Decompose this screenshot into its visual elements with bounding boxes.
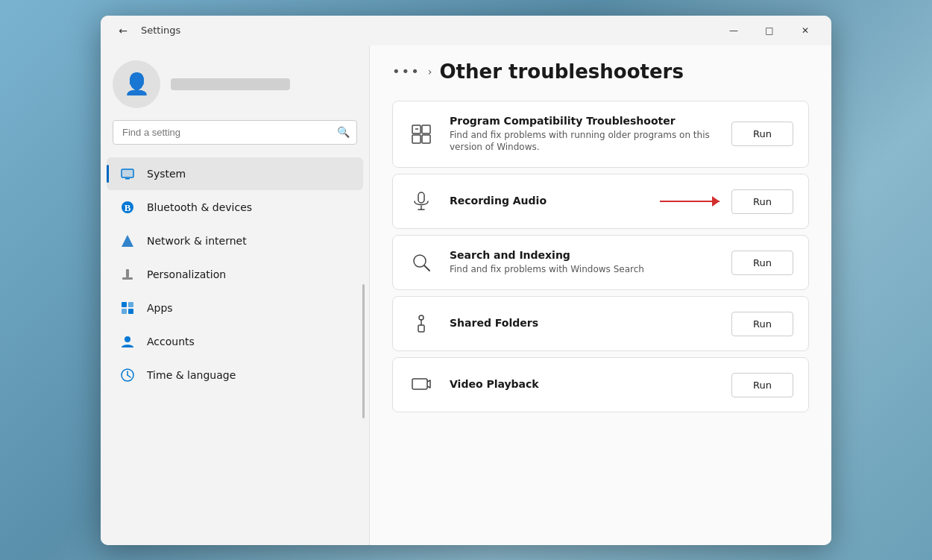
titlebar-left: ← Settings: [113, 20, 180, 41]
red-arrow-indicator: [660, 201, 720, 202]
search-box: 🔍: [113, 120, 357, 145]
card-search-indexing-desc: Find and fix problems with Windows Searc…: [450, 263, 717, 276]
svg-line-15: [127, 375, 130, 377]
shared-folders-icon: [408, 310, 435, 337]
card-video-playback: Video Playback Run: [392, 357, 809, 412]
main-panel: ••• › Other troubleshooters Program Co: [369, 45, 831, 545]
program-compat-icon: [408, 121, 435, 148]
sidebar: 👤 🔍 System: [101, 45, 369, 545]
network-icon: [119, 232, 136, 250]
titlebar-title: Settings: [141, 25, 180, 36]
svg-rect-28: [418, 325, 424, 332]
card-recording-audio: Recording Audio Run: [392, 174, 809, 229]
card-search-indexing-content: Search and Indexing Find and fix problem…: [450, 249, 717, 276]
card-shared-folders-content: Shared Folders: [450, 317, 717, 331]
sidebar-nav: System B Bluetooth & devices: [101, 157, 369, 392]
sidebar-label-personalization: Personalization: [147, 268, 226, 280]
card-video-playback-title: Video Playback: [450, 378, 717, 390]
sidebar-item-time[interactable]: Time & language: [107, 359, 363, 391]
card-search-indexing-actions: Run: [731, 251, 793, 275]
card-video-playback-actions: Run: [731, 373, 793, 397]
svg-line-25: [424, 265, 429, 271]
card-recording-audio-content: Recording Audio: [450, 195, 645, 209]
back-button[interactable]: ←: [113, 20, 133, 41]
apps-icon: [119, 299, 136, 317]
run-shared-folders-button[interactable]: Run: [731, 312, 793, 336]
sidebar-item-apps[interactable]: Apps: [107, 292, 363, 324]
svg-text:B: B: [125, 202, 131, 213]
svg-rect-7: [126, 269, 129, 277]
sidebar-label-accounts: Accounts: [147, 336, 195, 347]
sidebar-item-accounts[interactable]: Accounts: [107, 325, 363, 358]
sidebar-label-bluetooth: Bluetooth & devices: [147, 201, 252, 213]
video-playback-icon: [408, 371, 435, 398]
sidebar-label-time: Time & language: [147, 369, 236, 381]
svg-marker-5: [122, 235, 133, 247]
svg-rect-29: [412, 379, 427, 389]
breadcrumb-dots[interactable]: •••: [392, 63, 421, 79]
sidebar-item-system[interactable]: System: [107, 157, 363, 190]
user-section: 👤: [101, 45, 369, 120]
card-search-indexing-title: Search and Indexing: [450, 249, 717, 261]
svg-rect-6: [122, 277, 133, 280]
svg-rect-9: [128, 302, 133, 307]
user-icon: 👤: [124, 72, 150, 96]
run-video-playback-button[interactable]: Run: [731, 373, 793, 397]
sidebar-item-personalization[interactable]: Personalization: [107, 258, 363, 291]
recording-audio-icon: [408, 188, 435, 215]
user-name-placeholder: [171, 78, 290, 90]
page-header: ••• › Other troubleshooters: [392, 60, 809, 83]
svg-point-26: [419, 315, 424, 320]
minimize-button[interactable]: —: [717, 19, 751, 43]
personalization-icon: [119, 265, 136, 283]
svg-rect-10: [122, 309, 127, 314]
time-icon: [119, 366, 136, 384]
avatar: 👤: [113, 60, 160, 108]
card-video-playback-content: Video Playback: [450, 378, 717, 392]
red-arrow-line: [660, 201, 720, 202]
card-search-indexing: Search and Indexing Find and fix problem…: [392, 235, 809, 290]
page-title: Other troubleshooters: [439, 60, 683, 83]
sidebar-scrollbar: [362, 284, 365, 418]
breadcrumb-chevron: ›: [428, 66, 432, 78]
maximize-button[interactable]: □: [752, 19, 787, 43]
accounts-icon: [119, 333, 136, 350]
sidebar-label-apps: Apps: [147, 302, 173, 314]
card-program-compat: Program Compatibility Troubleshooter Fin…: [392, 101, 809, 169]
run-program-compat-button[interactable]: Run: [731, 122, 793, 146]
card-shared-folders-title: Shared Folders: [450, 317, 717, 329]
content-area: 👤 🔍 System: [101, 45, 831, 545]
card-shared-folders: Shared Folders Run: [392, 296, 809, 351]
system-icon: [119, 165, 136, 183]
sidebar-item-network[interactable]: Network & internet: [107, 224, 363, 257]
run-search-indexing-button[interactable]: Run: [731, 251, 793, 275]
card-shared-folders-actions: Run: [731, 312, 793, 336]
card-program-compat-content: Program Compatibility Troubleshooter Fin…: [450, 115, 717, 154]
svg-rect-21: [418, 192, 424, 203]
bluetooth-icon: B: [119, 198, 136, 216]
card-program-compat-actions: Run: [731, 122, 793, 146]
svg-rect-19: [422, 135, 430, 143]
search-indexing-icon: [408, 249, 435, 276]
svg-point-12: [125, 336, 130, 342]
card-program-compat-desc: Find and fix problems with running older…: [450, 129, 717, 154]
svg-rect-17: [422, 125, 430, 133]
settings-window: ← Settings — □ ✕ 👤 🔍: [101, 16, 831, 545]
svg-rect-2: [122, 169, 133, 177]
sidebar-label-system: System: [147, 168, 186, 180]
svg-rect-1: [125, 178, 130, 180]
sidebar-item-bluetooth[interactable]: B Bluetooth & devices: [107, 191, 363, 224]
card-recording-audio-title: Recording Audio: [450, 195, 645, 207]
titlebar: ← Settings — □ ✕: [101, 16, 831, 45]
card-program-compat-title: Program Compatibility Troubleshooter: [450, 115, 717, 127]
search-input[interactable]: [113, 120, 357, 145]
close-button[interactable]: ✕: [788, 19, 822, 43]
titlebar-controls: — □ ✕: [717, 19, 822, 43]
svg-rect-18: [412, 135, 421, 143]
svg-rect-8: [122, 302, 127, 307]
card-recording-audio-actions: Run: [660, 189, 793, 214]
svg-rect-11: [128, 309, 133, 314]
run-recording-audio-button[interactable]: Run: [731, 189, 793, 214]
sidebar-label-network: Network & internet: [147, 235, 247, 247]
